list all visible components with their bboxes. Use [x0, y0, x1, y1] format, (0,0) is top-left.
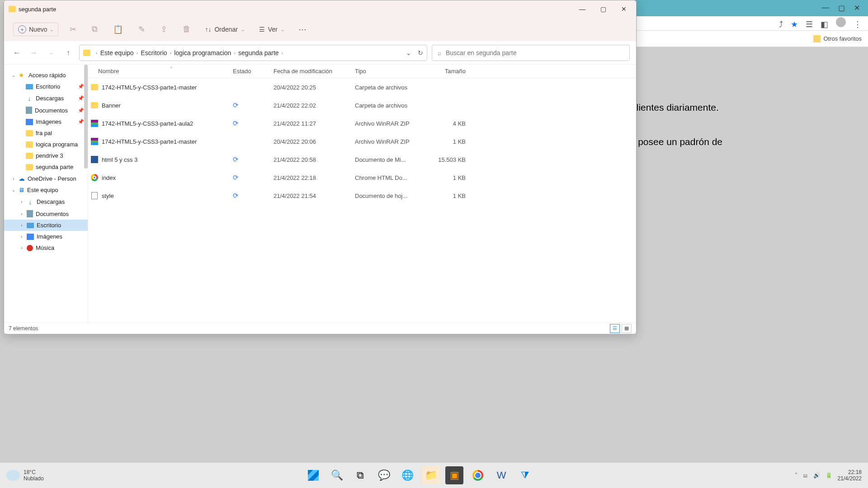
explorer-titlebar[interactable]: segunda parte — ▢ ✕ — [4, 0, 636, 18]
taskbar[interactable]: 18°C Nublado 🔍 ⧉ 💬 🌐 📁 ▣ W ⧩ ˄ ⚍ 🔊 🔋 22:… — [0, 463, 868, 488]
system-tray[interactable]: ˄ ⚍ 🔊 🔋 22:18 21/4/2022 — [795, 469, 862, 482]
file-row[interactable]: 1742-HTML5-y-CSS3-parte1-aula2⟳21/4/2022… — [88, 114, 636, 132]
weather-icon — [6, 470, 20, 481]
file-row[interactable]: html 5 y css 3⟳21/4/2022 20:58Documento … — [88, 150, 636, 169]
wifi-icon[interactable]: ⚍ — [803, 472, 808, 479]
delete-icon[interactable]: 🗑 — [180, 24, 193, 34]
tree-pc-images[interactable]: ›Imágenes — [4, 231, 88, 242]
new-button[interactable]: + Nuevo ⌄ — [13, 23, 58, 36]
share-icon[interactable]: ⇪ — [158, 24, 170, 34]
tray-expand-icon[interactable]: ˄ — [795, 472, 797, 479]
chrome-icon[interactable] — [469, 466, 487, 484]
tree-folder-segunda[interactable]: segunda parte — [4, 161, 88, 173]
chrome-close-icon[interactable]: ✕ — [854, 4, 860, 12]
rar-icon — [91, 138, 98, 145]
minimize-button[interactable]: — — [572, 2, 593, 16]
cut-icon[interactable]: ✂ — [67, 24, 79, 34]
share-icon[interactable]: ⤴ — [779, 20, 783, 29]
tree-folder-frapal[interactable]: fra pal — [4, 127, 88, 139]
back-button[interactable]: ← — [10, 49, 23, 57]
clock[interactable]: 22:18 21/4/2022 — [838, 469, 862, 482]
other-bookmarks[interactable]: Otros favoritos — [813, 35, 862, 42]
tree-folder-pendrive[interactable]: pendrive 3 — [4, 150, 88, 161]
breadcrumb-item[interactable]: Este equipo — [100, 49, 134, 56]
breadcrumb[interactable]: › Este equipo › Escritorio › logica prog… — [79, 45, 427, 61]
file-name: 1742-HTML5-y-CSS3-parte1-master — [102, 84, 233, 91]
file-type: Carpeta de archivos — [355, 102, 420, 109]
bookmark-star-icon[interactable]: ★ — [791, 19, 798, 29]
scrollbar-thumb[interactable] — [84, 65, 88, 169]
paste-icon[interactable]: 📋 — [111, 24, 125, 34]
file-row[interactable]: 1742-HTML5-y-CSS3-parte1-master20/4/2022… — [88, 132, 636, 150]
file-type: Carpeta de archivos — [355, 84, 420, 91]
tree-quick-access[interactable]: ⌄★Acceso rápido — [4, 69, 88, 81]
tree-downloads[interactable]: ↓Descargas📌 — [4, 92, 88, 104]
pictures-icon — [26, 119, 33, 125]
sound-icon[interactable]: 🔊 — [813, 472, 820, 479]
forward-button[interactable]: → — [28, 49, 40, 57]
explorer-toolbar: + Nuevo ⌄ ✂ ⧉ 📋 ✎ ⇪ 🗑 ↑↓ Ordenar ⌄ ☰ Ver… — [4, 18, 636, 41]
tree-pc-desktop[interactable]: ›Escritorio — [4, 220, 88, 231]
chrome-minimize-icon[interactable]: — — [822, 4, 829, 12]
file-size: 1 KB — [420, 174, 470, 181]
taskbar-weather[interactable]: 18°C Nublado — [6, 469, 44, 482]
word-icon — [91, 156, 98, 163]
details-view-button[interactable]: ☰ — [610, 324, 620, 333]
file-row[interactable]: index⟳21/4/2022 22:18Chrome HTML Do...1 … — [88, 169, 636, 187]
vscode-icon[interactable]: ⧩ — [516, 466, 534, 484]
tree-pc-music[interactable]: ›Música — [4, 242, 88, 253]
profile-icon[interactable] — [836, 17, 846, 27]
taskview-button[interactable]: ⧉ — [351, 466, 369, 484]
close-button[interactable]: ✕ — [613, 2, 634, 16]
word-icon[interactable]: W — [492, 466, 510, 484]
plus-icon: + — [18, 25, 26, 33]
tree-thispc[interactable]: ⌄🖥Este equipo — [4, 184, 88, 196]
side-panel-icon[interactable]: ◧ — [821, 19, 828, 29]
tree-onedrive[interactable]: ›☁OneDrive - Person — [4, 173, 88, 184]
breadcrumb-item[interactable]: Escritorio — [141, 49, 167, 56]
breadcrumb-expand-icon[interactable]: ⌄ — [406, 49, 411, 56]
recent-dropdown-icon[interactable]: ⌄ — [45, 50, 57, 56]
tree-pc-downloads[interactable]: ›↓Descargas — [4, 196, 88, 208]
search-input[interactable]: ⌕ — [432, 45, 630, 61]
download-icon: ↓ — [26, 94, 33, 102]
chrome-maximize-icon[interactable]: ▢ — [838, 4, 845, 12]
start-button[interactable] — [304, 466, 322, 484]
tree-desktop[interactable]: Escritorio📌 — [4, 81, 88, 92]
tree-images[interactable]: Imágenes📌 — [4, 116, 88, 127]
file-type: Documento de hoj... — [355, 192, 420, 199]
up-button[interactable]: ↑ — [62, 49, 75, 57]
column-headers[interactable]: ⌃Nombre Estado Fecha de modificación Tip… — [88, 65, 636, 78]
folder-icon — [83, 50, 90, 56]
view-button[interactable]: ☰ Ver ⌄ — [256, 26, 287, 33]
file-list-pane: ⌃Nombre Estado Fecha de modificación Tip… — [88, 65, 636, 322]
nav-tree[interactable]: ⌄★Acceso rápido Escritorio📌 ↓Descargas📌 … — [4, 65, 88, 322]
thumbnails-view-button[interactable]: ▦ — [622, 324, 632, 333]
file-row[interactable]: Banner⟳21/4/2022 22:02Carpeta de archivo… — [88, 96, 636, 114]
tree-folder-logica[interactable]: logica programa — [4, 139, 88, 150]
file-name: 1742-HTML5-y-CSS3-parte1-master — [102, 138, 233, 145]
explorer-icon[interactable]: 📁 — [422, 466, 440, 484]
reading-list-icon[interactable]: ☰ — [806, 19, 813, 29]
chrome-menu-icon[interactable]: ⋮ — [854, 19, 862, 29]
file-row[interactable]: style⟳21/4/2022 21:54Documento de hoj...… — [88, 187, 636, 205]
edge-icon[interactable]: 🌐 — [398, 466, 416, 484]
search-field[interactable] — [446, 49, 624, 56]
breadcrumb-item[interactable]: segunda parte — [238, 49, 279, 56]
file-name: index — [102, 174, 233, 181]
copy-icon[interactable]: ⧉ — [90, 24, 100, 34]
teams-icon[interactable]: 💬 — [375, 466, 393, 484]
maximize-button[interactable]: ▢ — [593, 2, 613, 16]
more-icon[interactable]: ⋯ — [296, 24, 309, 34]
rename-icon[interactable]: ✎ — [136, 24, 147, 34]
sublime-icon[interactable]: ▣ — [445, 466, 463, 484]
battery-icon[interactable]: 🔋 — [826, 472, 832, 479]
file-row[interactable]: 1742-HTML5-y-CSS3-parte1-master20/4/2022… — [88, 78, 636, 96]
breadcrumb-item[interactable]: logica programacion — [174, 49, 231, 56]
tree-documents[interactable]: Documentos📌 — [4, 104, 88, 116]
refresh-icon[interactable]: ↻ — [418, 49, 423, 56]
search-button[interactable]: 🔍 — [328, 466, 346, 484]
tree-pc-documents[interactable]: ›Documentos — [4, 208, 88, 220]
status-text: 7 elementos — [9, 325, 38, 332]
sort-button[interactable]: ↑↓ Ordenar ⌄ — [202, 26, 247, 33]
